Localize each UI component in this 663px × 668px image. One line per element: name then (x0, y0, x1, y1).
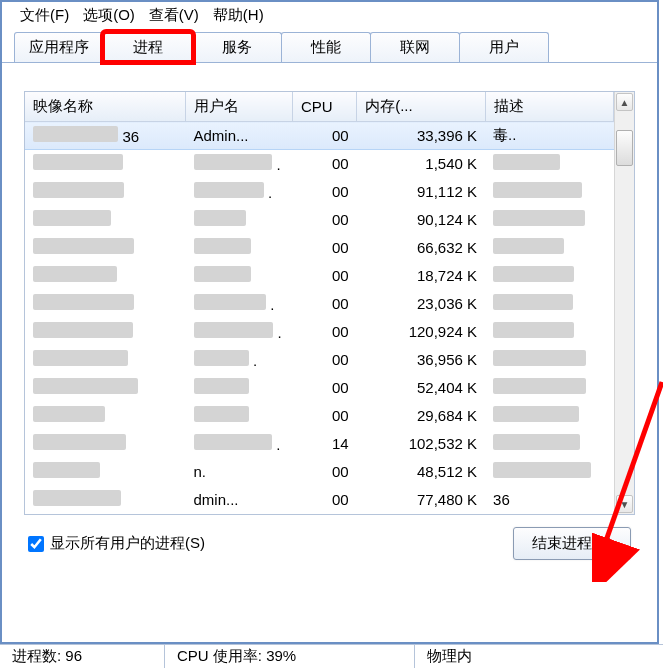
tab-services[interactable]: 服务 (192, 32, 282, 62)
cell: 00 (293, 318, 357, 346)
menu-options[interactable]: 选项(O) (83, 6, 135, 25)
cell: n. (186, 458, 293, 486)
scroll-thumb[interactable] (616, 130, 633, 166)
tab-networking[interactable]: 联网 (370, 32, 460, 62)
process-list: 映像名称 用户名 CPU 内存(... 描述 36Admin...0033,39… (24, 91, 635, 515)
cell: 91,112 K (357, 178, 485, 206)
cell (485, 374, 613, 402)
cell (186, 262, 293, 290)
cell: 36 (485, 486, 613, 514)
tabbar: 应用程序 进程 服务 性能 联网 用户 (2, 29, 657, 63)
show-all-users-label[interactable]: 显示所有用户的进程(S) (28, 534, 205, 553)
tab-performance[interactable]: 性能 (281, 32, 371, 62)
cell: dmin... (186, 486, 293, 514)
cell: 36,956 K (357, 346, 485, 374)
cell (25, 458, 186, 486)
cell: 102,532 K (357, 430, 485, 458)
menu-help[interactable]: 帮助(H) (213, 6, 264, 25)
column-header-name[interactable]: 映像名称 (25, 92, 186, 122)
cell (485, 262, 613, 290)
tab-processes[interactable]: 进程 (103, 32, 193, 62)
table-row[interactable]: .0023,036 K (25, 290, 614, 318)
table-row[interactable]: .0091,112 K (25, 178, 614, 206)
menu-file[interactable]: 文件(F) (20, 6, 69, 25)
scroll-down-icon[interactable]: ▼ (616, 495, 633, 513)
cell: 00 (293, 374, 357, 402)
status-physical-memory: 物理内 (415, 645, 663, 668)
menubar: 文件(F) 选项(O) 查看(V) 帮助(H) (2, 2, 657, 29)
cell: . (186, 430, 293, 458)
cell (485, 346, 613, 374)
cell: . (186, 290, 293, 318)
table-row[interactable]: 36Admin...0033,396 K毒.. (25, 122, 614, 150)
cell (25, 374, 186, 402)
cell (25, 514, 186, 515)
cell: 23,036 K (357, 290, 485, 318)
scroll-track[interactable] (615, 112, 634, 494)
tab-users[interactable]: 用户 (459, 32, 549, 62)
cell: 66,632 K (357, 234, 485, 262)
cell (485, 402, 613, 430)
table-row[interactable]: .14102,532 K (25, 430, 614, 458)
cell: 00 (293, 486, 357, 514)
cell: 120,924 K (357, 318, 485, 346)
process-table: 映像名称 用户名 CPU 内存(... 描述 36Admin...0033,39… (25, 92, 614, 514)
content-area: 映像名称 用户名 CPU 内存(... 描述 36Admin...0033,39… (2, 63, 657, 570)
cell: 00 (293, 262, 357, 290)
cell (485, 206, 613, 234)
column-header-desc[interactable]: 描述 (485, 92, 613, 122)
cell: 90,124 K (357, 206, 485, 234)
cell (485, 318, 613, 346)
table-row[interactable]: Admi0264,752 K360安全 (25, 514, 614, 515)
cell (186, 234, 293, 262)
cell: 29,684 K (357, 402, 485, 430)
cell (485, 290, 613, 318)
table-row[interactable]: dmin...0077,480 K36 (25, 486, 614, 514)
table-row[interactable]: 0018,724 K (25, 262, 614, 290)
cell (25, 430, 186, 458)
end-process-button[interactable]: 结束进程(E) (513, 527, 631, 560)
column-header-user[interactable]: 用户名 (186, 92, 293, 122)
cell (25, 150, 186, 178)
task-manager-window: 文件(F) 选项(O) 查看(V) 帮助(H) 应用程序 进程 服务 性能 联网… (0, 0, 659, 644)
cell: Admin... (186, 122, 293, 150)
cell (186, 206, 293, 234)
cell: 36 (25, 122, 186, 150)
table-row[interactable]: .00120,924 K (25, 318, 614, 346)
cell: 毒.. (485, 122, 613, 150)
statusbar: 进程数: 96 CPU 使用率: 39% 物理内 (0, 644, 663, 668)
vertical-scrollbar[interactable]: ▲ ▼ (614, 92, 634, 514)
cell: 77,480 K (357, 486, 485, 514)
cell (25, 346, 186, 374)
cell: 360安全 (485, 514, 613, 515)
show-all-users-checkbox[interactable] (28, 536, 44, 552)
cell (25, 206, 186, 234)
cell (485, 178, 613, 206)
scroll-up-icon[interactable]: ▲ (616, 93, 633, 111)
tab-applications[interactable]: 应用程序 (14, 32, 104, 62)
table-row[interactable]: .0036,956 K (25, 346, 614, 374)
cell (485, 430, 613, 458)
menu-view[interactable]: 查看(V) (149, 6, 199, 25)
cell (186, 374, 293, 402)
table-row[interactable]: 0029,684 K (25, 402, 614, 430)
table-row[interactable]: 0066,632 K (25, 234, 614, 262)
table-row[interactable]: .001,540 K (25, 150, 614, 178)
cell: . (186, 150, 293, 178)
table-row[interactable]: 0090,124 K (25, 206, 614, 234)
cell: 00 (293, 122, 357, 150)
table-row[interactable]: n.0048,512 K (25, 458, 614, 486)
column-header-memory[interactable]: 内存(... (357, 92, 485, 122)
cell: 1,540 K (357, 150, 485, 178)
show-all-users-text: 显示所有用户的进程(S) (50, 534, 205, 553)
cell (485, 150, 613, 178)
cell (25, 318, 186, 346)
column-header-cpu[interactable]: CPU (293, 92, 357, 122)
cell (25, 290, 186, 318)
cell: 00 (293, 234, 357, 262)
cell: 14 (293, 430, 357, 458)
table-row[interactable]: 0052,404 K (25, 374, 614, 402)
cell: 00 (293, 402, 357, 430)
cell: 00 (293, 178, 357, 206)
cell: 00 (293, 206, 357, 234)
